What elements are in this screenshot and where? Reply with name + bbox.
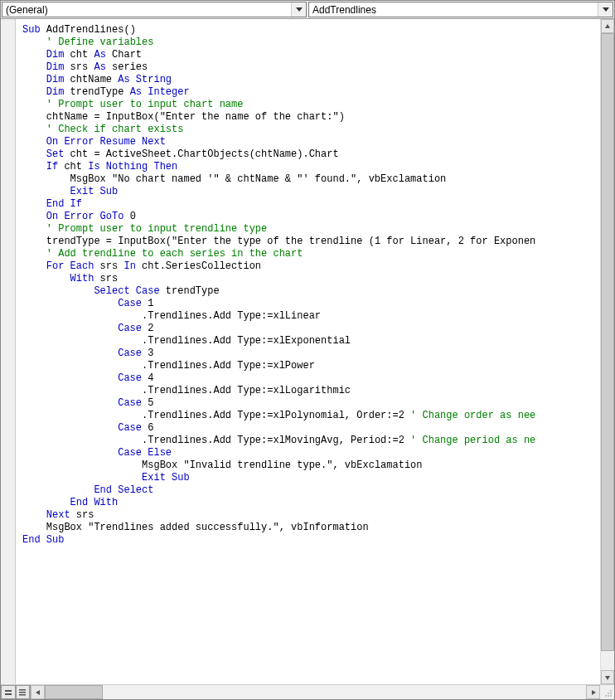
svg-rect-3 [19,692,26,693]
vertical-scroll-track[interactable] [601,33,614,670]
code-line[interactable]: MsgBox "No chart named '" & chtName & "'… [22,173,600,186]
code-line[interactable]: MsgBox "Trendlines added successfully.",… [22,522,600,534]
svg-rect-2 [19,689,26,691]
code-line[interactable]: Case 6 [22,422,600,435]
code-line[interactable]: Sub AddTrendlines() [22,24,600,36]
code-line[interactable]: ' Add trendline to each series in the ch… [22,248,600,260]
code-line[interactable]: Dim srs As series [22,61,600,74]
code-line[interactable]: Set cht = ActiveSheet.ChartObjects(chtNa… [22,148,600,161]
code-line[interactable]: Exit Sub [22,472,600,484]
object-dropdown-label: (General) [6,4,48,16]
code-line[interactable]: MsgBox "Invalid trendline type.", vbExcl… [22,459,600,472]
code-line[interactable]: .Trendlines.Add Type:=xlExponential [22,335,600,348]
code-line[interactable]: chtName = InputBox("Enter the name of th… [22,111,600,124]
procedure-dropdown[interactable]: AddTrendlines [308,2,613,17]
code-line[interactable]: Case 4 [22,372,600,385]
code-line[interactable]: Case Else [22,447,600,459]
code-line[interactable]: Next srs [22,509,600,522]
code-line[interactable]: ' Check if chart exists [22,124,600,136]
code-line[interactable]: End Select [22,484,600,497]
procedure-view-icon[interactable] [1,685,16,699]
code-line[interactable]: trendType = InputBox("Enter the type of … [22,236,600,248]
code-line[interactable]: Case 5 [22,397,600,410]
svg-point-6 [608,693,609,694]
horizontal-scroll-track[interactable] [45,685,586,699]
code-line[interactable]: .Trendlines.Add Type:=xlPower [22,360,600,372]
code-line[interactable]: On Error Resume Next [22,136,600,148]
code-line[interactable]: Dim chtName As String [22,74,600,86]
code-pane[interactable]: Sub AddTrendlines() ' Define variables D… [16,19,600,684]
scroll-down-button[interactable] [601,670,614,684]
scroll-left-button[interactable] [31,685,45,699]
code-line[interactable]: If cht Is Nothing Then [22,161,600,173]
view-mode-icons [1,685,31,699]
horizontal-scrollbar[interactable] [31,685,600,699]
vertical-scrollbar[interactable] [600,19,614,684]
code-line[interactable]: Dim trendType As Integer [22,86,600,99]
bottom-bar [1,684,614,699]
chevron-down-icon[interactable] [598,2,613,17]
procedure-dropdown-label: AddTrendlines [312,4,376,16]
code-line[interactable]: ' Prompt user to input trendline type [22,223,600,236]
code-line[interactable]: Case 1 [22,298,600,310]
svg-point-8 [605,695,607,697]
code-line[interactable]: Case 2 [22,323,600,335]
code-line[interactable]: .Trendlines.Add Type:=xlLinear [22,310,600,323]
code-line[interactable]: .Trendlines.Add Type:=xlLogarithmic [22,385,600,397]
svg-rect-4 [19,694,26,696]
code-line[interactable]: Case 3 [22,348,600,360]
code-line[interactable]: ' Define variables [22,36,600,49]
vertical-scroll-thumb[interactable] [601,33,614,651]
code-line[interactable]: Exit Sub [22,186,600,198]
svg-rect-0 [5,690,12,692]
code-line[interactable]: With srs [22,273,600,285]
code-line[interactable]: Select Case trendType [22,285,600,298]
code-line[interactable]: For Each srs In cht.SeriesCollection [22,260,600,273]
resize-grip-icon[interactable] [600,685,614,699]
code-line[interactable]: End If [22,198,600,211]
code-line[interactable]: End Sub [22,534,600,547]
svg-point-9 [608,695,609,697]
code-line[interactable]: ' Prompt user to input chart name [22,99,600,111]
code-line[interactable]: Dim cht As Chart [22,49,600,61]
horizontal-scroll-thumb[interactable] [45,685,103,699]
svg-rect-1 [5,693,12,695]
object-dropdown[interactable]: (General) [2,2,307,17]
scroll-right-button[interactable] [586,685,600,699]
code-line[interactable]: .Trendlines.Add Type:=xlMovingAvg, Perio… [22,435,600,447]
svg-point-7 [610,693,612,694]
code-line[interactable]: End With [22,497,600,509]
code-line[interactable]: On Error GoTo 0 [22,211,600,223]
scroll-up-button[interactable] [601,19,614,33]
margin-indicator-bar[interactable] [1,19,16,684]
dropdown-bar: (General) AddTrendlines [1,1,614,19]
code-line[interactable]: .Trendlines.Add Type:=xlPolynomial, Orde… [22,410,600,422]
full-module-view-icon[interactable] [16,685,31,699]
editor-area: Sub AddTrendlines() ' Define variables D… [1,19,614,684]
svg-point-5 [610,690,612,692]
svg-point-10 [610,695,612,697]
chevron-down-icon[interactable] [291,2,306,17]
